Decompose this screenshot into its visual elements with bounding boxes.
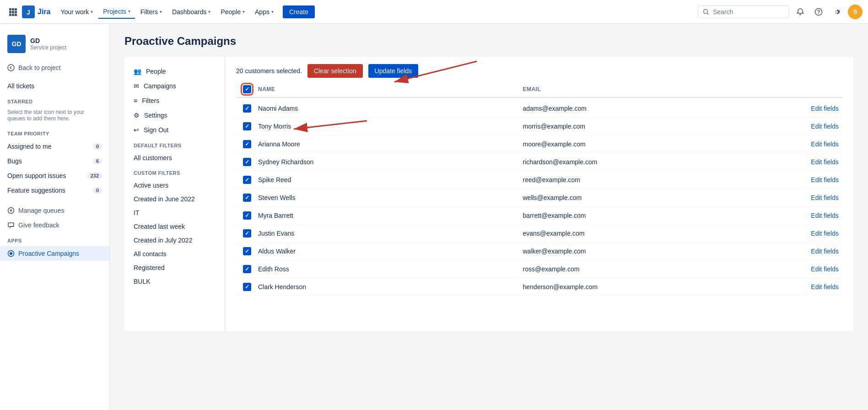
row-checkbox[interactable]: ✓ <box>243 211 251 220</box>
customer-email: moore@example.com <box>523 140 788 148</box>
nav-settings[interactable]: ⚙ Settings <box>124 108 225 123</box>
edit-fields-button[interactable]: Edit fields <box>787 265 842 273</box>
svg-rect-7 <box>12 14 14 16</box>
nav-projects[interactable]: Projects ▾ <box>98 5 135 19</box>
sidebar-open-support[interactable]: Open support issues 232 <box>0 168 109 183</box>
nav-filters[interactable]: ≡ Filters <box>124 93 225 108</box>
row-checkbox[interactable]: ✓ <box>243 104 251 113</box>
row-checkbox-cell: ✓ <box>236 247 258 255</box>
nav-campaigns[interactable]: ✉ Campaigns <box>124 79 225 93</box>
filter-created-july[interactable]: Created in July 2022 <box>124 233 225 247</box>
edit-fields-button[interactable]: Edit fields <box>787 248 842 255</box>
edit-fields-button[interactable]: Edit fields <box>787 283 842 291</box>
settings-icon: ⚙ <box>134 112 140 119</box>
assigned-to-me-label: Assigned to me <box>7 143 52 150</box>
chevron-icon: ▾ <box>271 9 274 14</box>
svg-rect-6 <box>9 14 11 16</box>
back-icon <box>7 64 15 71</box>
clear-selection-button[interactable]: Clear selection <box>307 64 363 78</box>
edit-fields-button[interactable]: Edit fields <box>787 230 842 237</box>
edit-fields-button[interactable]: Edit fields <box>787 123 842 130</box>
give-feedback[interactable]: Give feedback <box>0 218 109 232</box>
row-checkbox[interactable]: ✓ <box>243 229 251 237</box>
search-box[interactable]: Search <box>698 5 789 18</box>
sidebar-bugs[interactable]: Bugs 6 <box>0 154 109 168</box>
table-row: ✓ Sydney Richardson richardson@example.c… <box>236 153 842 171</box>
customer-email: wells@example.com <box>523 194 788 201</box>
svg-text:?: ? <box>817 9 820 15</box>
svg-rect-1 <box>12 8 14 11</box>
row-checkbox[interactable]: ✓ <box>243 265 251 273</box>
nav-filters[interactable]: Filters ▾ <box>136 5 167 18</box>
filter-bulk[interactable]: BULK <box>124 275 225 288</box>
avatar[interactable]: S <box>848 5 863 19</box>
filter-all-contacts[interactable]: All contacts <box>124 247 225 261</box>
notifications-icon[interactable] <box>793 5 808 19</box>
row-checkbox[interactable]: ✓ <box>243 283 251 291</box>
search-icon <box>703 9 709 15</box>
help-icon[interactable]: ? <box>811 5 826 19</box>
customer-email: adams@example.com <box>523 105 788 112</box>
create-button[interactable]: Create <box>283 5 315 18</box>
sidebar-proactive-campaigns[interactable]: Proactive Campaigns <box>0 246 109 261</box>
filter-registered[interactable]: Registered <box>124 261 225 275</box>
grid-menu-icon[interactable] <box>5 5 20 19</box>
feature-suggestions-badge: 0 <box>93 187 102 194</box>
table-row: ✓ Steven Wells wells@example.com Edit fi… <box>236 189 842 207</box>
open-support-badge: 232 <box>87 173 102 179</box>
edit-fields-button[interactable]: Edit fields <box>787 194 842 201</box>
sidebar: GD GD Service project Back to project Al… <box>0 24 110 410</box>
customer-name: Tony Morris <box>258 123 523 130</box>
customer-email: walker@example.com <box>523 248 788 255</box>
row-checkbox[interactable]: ✓ <box>243 122 251 130</box>
filter-created-june[interactable]: Created in June 2022 <box>124 192 225 206</box>
chevron-icon: ▾ <box>91 9 93 14</box>
row-checkbox[interactable]: ✓ <box>243 158 251 166</box>
sidebar-all-tickets[interactable]: All tickets <box>0 79 109 93</box>
customer-name: Clark Henderson <box>258 283 523 291</box>
nav-people[interactable]: People ▾ <box>216 5 249 18</box>
sidebar-feature-suggestions[interactable]: Feature suggestions 0 <box>0 183 109 198</box>
row-checkbox[interactable]: ✓ <box>243 140 251 148</box>
nav-logo[interactable]: J Jira <box>22 5 50 18</box>
filter-created-last-week[interactable]: Created last week <box>124 220 225 233</box>
back-to-project[interactable]: Back to project <box>0 60 109 75</box>
edit-fields-button[interactable]: Edit fields <box>787 176 842 183</box>
select-all-checkbox[interactable]: ✓ <box>243 85 251 93</box>
svg-point-11 <box>704 9 708 13</box>
bugs-label: Bugs <box>7 157 22 165</box>
edit-fields-button[interactable]: Edit fields <box>787 158 842 166</box>
nav-items: Your work ▾ Projects ▾ Filters ▾ Dashboa… <box>56 5 696 19</box>
edit-fields-button[interactable]: Edit fields <box>787 212 842 219</box>
campaigns-icon: ✉ <box>134 82 139 90</box>
nav-apps[interactable]: Apps ▾ <box>250 5 278 18</box>
row-checkbox[interactable]: ✓ <box>243 247 251 255</box>
row-checkbox[interactable]: ✓ <box>243 176 251 184</box>
settings-icon[interactable] <box>830 5 844 19</box>
sidebar-assigned-to-me[interactable]: Assigned to me 0 <box>0 139 109 154</box>
filter-all-customers[interactable]: All customers <box>124 151 225 165</box>
nav-your-work[interactable]: Your work ▾ <box>56 5 97 18</box>
row-checkbox-cell: ✓ <box>236 265 258 273</box>
filter-it[interactable]: IT <box>124 206 225 220</box>
nav-sign-out[interactable]: ↩ Sign Out <box>124 123 225 137</box>
row-checkbox[interactable]: ✓ <box>243 194 251 202</box>
table-rows: ✓ Naomi Adams adams@example.com Edit fie… <box>236 100 842 296</box>
selection-count-text: 20 customers selected. <box>236 67 302 75</box>
filter-active-users[interactable]: Active users <box>124 178 225 192</box>
manage-queues[interactable]: Manage queues <box>0 203 109 218</box>
nav-people[interactable]: 👥 People <box>124 64 225 79</box>
row-checkbox-cell: ✓ <box>236 229 258 237</box>
customer-name: Steven Wells <box>258 194 523 201</box>
edit-fields-button[interactable]: Edit fields <box>787 140 842 148</box>
nav-dashboards[interactable]: Dashboards ▾ <box>167 5 216 18</box>
row-checkbox-cell: ✓ <box>236 140 258 148</box>
table-row: ✓ Spike Reed reed@example.com Edit field… <box>236 171 842 189</box>
filters-icon: ≡ <box>134 97 137 104</box>
proactive-campaigns-label: Proactive Campaigns <box>18 250 79 257</box>
svg-rect-2 <box>15 8 17 11</box>
top-nav: J Jira Your work ▾ Projects ▾ Filters ▾ … <box>0 0 868 24</box>
manage-queues-label: Manage queues <box>18 207 64 214</box>
update-fields-button[interactable]: Update fields <box>368 64 419 78</box>
edit-fields-button[interactable]: Edit fields <box>787 105 842 112</box>
